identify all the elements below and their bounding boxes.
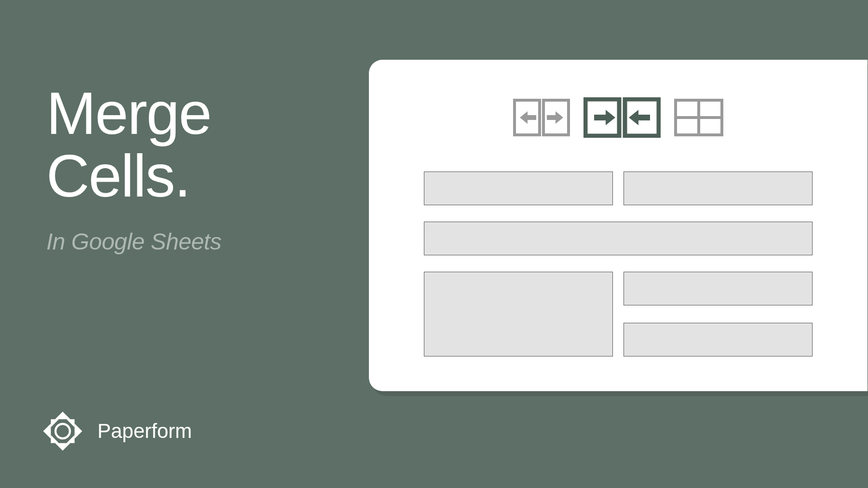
borders-grid-icon <box>674 99 723 136</box>
unmerge-cells-icon <box>513 99 570 136</box>
page-subtitle: In Google Sheets <box>46 228 221 255</box>
cell <box>624 272 813 305</box>
brand-block: Paperform <box>41 410 192 452</box>
svg-rect-18 <box>594 115 607 120</box>
svg-rect-12 <box>527 115 536 120</box>
illustration-card <box>369 60 868 391</box>
svg-marker-2 <box>43 423 51 439</box>
svg-marker-17 <box>606 110 615 125</box>
svg-marker-11 <box>520 111 528 124</box>
svg-marker-13 <box>556 111 563 124</box>
svg-marker-0 <box>55 412 70 420</box>
merge-horizontal-icon <box>583 97 661 138</box>
paperform-logo-icon <box>41 410 84 452</box>
cell <box>424 171 613 205</box>
cell <box>624 171 813 205</box>
svg-marker-19 <box>629 110 638 125</box>
page-title-line1: Merge <box>46 82 221 145</box>
title-block: Merge Cells. In Google Sheets <box>46 82 221 255</box>
cell-merged-wide <box>424 222 813 255</box>
page-title-line2: Cells. <box>46 145 221 207</box>
svg-rect-20 <box>637 115 650 120</box>
cell-merged-tall <box>424 272 613 356</box>
cell <box>624 323 813 356</box>
svg-point-8 <box>55 424 70 438</box>
svg-rect-14 <box>547 115 556 120</box>
svg-marker-3 <box>75 423 82 439</box>
brand-name: Paperform <box>97 420 192 443</box>
svg-marker-1 <box>55 443 70 451</box>
toolbar <box>369 97 868 138</box>
